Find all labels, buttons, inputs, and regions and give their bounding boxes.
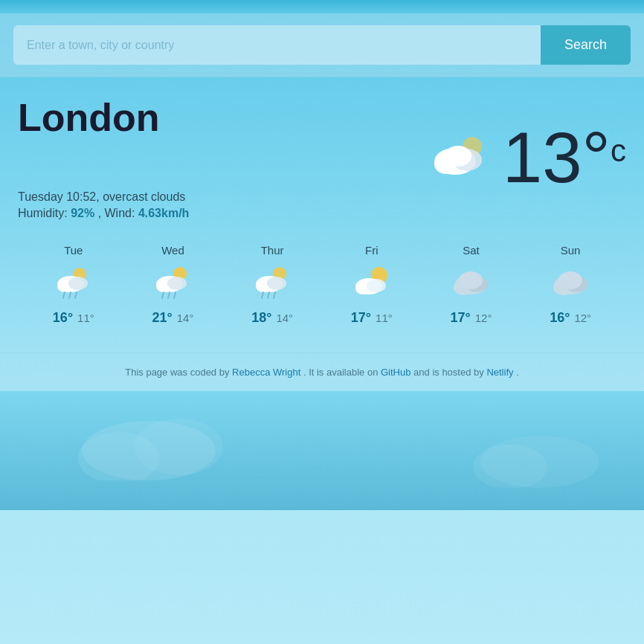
svg-point-8 <box>68 277 88 290</box>
top-bar <box>0 0 644 13</box>
svg-point-37 <box>558 271 582 289</box>
forecast-icon-tue <box>54 264 93 303</box>
forecast-icon-fri <box>352 264 391 303</box>
forecast-day-wed: Wed 21° 14° <box>152 244 194 326</box>
forecast-temps-sat: 17° 12° <box>450 310 492 326</box>
forecast-day-label-wed: Wed <box>161 244 184 257</box>
forecast-high-thur: 18° <box>251 310 271 326</box>
forecast-day-thur: Thur 18° 14° <box>251 244 293 326</box>
svg-point-40 <box>134 419 223 475</box>
forecast-icon-sat <box>451 264 490 303</box>
forecast-high-sat: 17° <box>450 310 470 326</box>
main-content: London Tuesday 10:52, overcast clouds Hu… <box>0 77 644 326</box>
forecast-icon-thur <box>253 264 292 303</box>
forecast-low-tue: 11° <box>77 312 94 324</box>
svg-line-11 <box>75 292 77 298</box>
wind-label: Wind: <box>105 207 135 219</box>
footer-netlify-link[interactable]: Netlify <box>486 367 513 378</box>
forecast-day-label-sun: Sun <box>561 244 581 257</box>
search-input[interactable] <box>13 25 541 65</box>
svg-line-24 <box>268 292 269 298</box>
forecast-day-label-fri: Fri <box>365 244 379 257</box>
footer-text-after: and is hosted by <box>413 367 486 378</box>
forecast-section: Tue 16° 11° Wed <box>18 244 626 326</box>
search-button[interactable]: Search <box>541 25 631 65</box>
temperature-display: 13°c <box>503 122 626 193</box>
forecast-temps-sun: 16° 12° <box>550 310 591 326</box>
forecast-low-thur: 14° <box>276 312 293 324</box>
svg-line-17 <box>168 292 170 298</box>
forecast-day-label-sat: Sat <box>463 244 480 257</box>
weather-details: London Tuesday 10:52, overcast clouds Hu… <box>18 95 431 220</box>
forecast-high-sun: 16° <box>550 310 570 326</box>
footer-text-end: . <box>516 367 519 378</box>
footer-github-link[interactable]: GitHub <box>381 367 410 378</box>
forecast-temps-fri: 17° 11° <box>351 310 393 326</box>
forecast-day-label-tue: Tue <box>64 244 83 257</box>
current-weather-icon <box>431 130 491 185</box>
svg-line-16 <box>162 292 164 298</box>
svg-point-22 <box>267 277 286 290</box>
humidity-wind: Humidity: 92% , Wind: 4.63km/h <box>18 207 431 220</box>
datetime-text: Tuesday 10:52, overcast clouds <box>18 190 431 204</box>
wind-separator: , <box>98 207 105 219</box>
forecast-temps-thur: 18° 14° <box>251 310 293 326</box>
forecast-temps-wed: 21° 14° <box>152 310 194 326</box>
footer-author-link[interactable]: Rebecca Wright <box>232 367 300 378</box>
humidity-value: 92% <box>71 207 94 219</box>
footer-text-middle: . It is available on <box>303 367 381 378</box>
humidity-label: Humidity: <box>18 207 68 219</box>
svg-line-23 <box>262 292 263 298</box>
footer-text-before: This page was coded by <box>125 367 232 378</box>
forecast-icon-sun <box>551 264 590 303</box>
forecast-low-fri: 11° <box>376 312 393 324</box>
forecast-day-sat: Sat 17° 12° <box>450 244 492 326</box>
forecast-icon-wed <box>153 264 192 303</box>
svg-point-4 <box>445 146 471 167</box>
forecast-high-tue: 16° <box>53 310 73 326</box>
svg-line-9 <box>63 292 65 298</box>
forecast-low-wed: 14° <box>177 312 194 324</box>
forecast-high-wed: 21° <box>152 310 173 326</box>
bottom-decoration <box>0 391 644 510</box>
footer: This page was coded by Rebecca Wright . … <box>0 353 644 391</box>
svg-point-42 <box>473 445 547 488</box>
temp-display: 13°c <box>431 122 626 193</box>
forecast-day-fri: Fri 17° 11° <box>351 244 393 326</box>
svg-point-29 <box>367 279 386 292</box>
forecast-temps-tue: 16° 11° <box>53 310 94 326</box>
search-section: Search <box>0 13 644 77</box>
wind-value: 4.63km/h <box>138 207 189 219</box>
svg-point-15 <box>167 277 187 290</box>
forecast-high-fri: 17° <box>351 310 371 326</box>
forecast-low-sat: 12° <box>475 312 492 324</box>
forecast-day-sun: Sun 16° 12° <box>550 244 591 326</box>
temperature-value: 13° <box>503 117 611 197</box>
svg-line-10 <box>69 292 71 298</box>
temperature-unit: c <box>611 135 626 167</box>
forecast-day-label-thur: Thur <box>261 244 284 257</box>
forecast-day-tue: Tue 16° 11° <box>53 244 94 326</box>
svg-line-25 <box>274 292 275 298</box>
svg-point-33 <box>459 271 483 289</box>
current-weather-row: London Tuesday 10:52, overcast clouds Hu… <box>18 95 626 220</box>
city-name: London <box>18 95 431 140</box>
svg-line-18 <box>174 292 176 298</box>
forecast-low-sun: 12° <box>574 312 591 324</box>
